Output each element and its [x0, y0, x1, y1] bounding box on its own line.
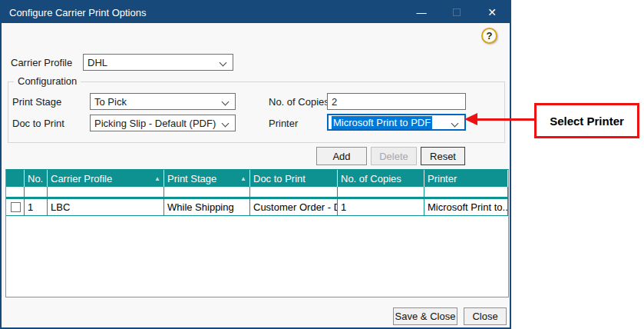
chevron-down-icon [451, 120, 459, 128]
print-stage-label: Print Stage [12, 96, 61, 108]
printer-value: Microsoft Print to PDF [332, 116, 432, 129]
reset-button[interactable]: Reset [421, 147, 465, 165]
carrier-profile-label: Carrier Profile [11, 57, 72, 68]
titlebar: Configure Carrier Print Options — ✕ [2, 2, 510, 23]
filter-cell[interactable] [25, 187, 48, 197]
row-doc-to-print-cell: Customer Order - De... [250, 199, 338, 215]
row-no-of-copies-cell: 1 [338, 199, 424, 215]
column-header-select[interactable] [6, 170, 25, 187]
minimize-icon: — [417, 7, 427, 18]
help-button[interactable]: ? [481, 28, 497, 44]
column-header-doc-to-print[interactable]: Doc to Print [250, 170, 338, 187]
no-of-copies-label: No. of Copies [269, 96, 329, 108]
configuration-groupbox [8, 81, 505, 143]
sort-ascending-icon: ▲ [240, 175, 246, 182]
carrier-profile-value: DHL [88, 57, 107, 68]
filter-cell[interactable] [338, 187, 424, 197]
annotation-arrow-icon [464, 113, 477, 125]
carrier-profile-dropdown[interactable]: DHL [83, 54, 233, 71]
configure-carrier-print-options-dialog: Configure Carrier Print Options — ✕ ? Ca… [0, 0, 511, 329]
chevron-down-icon [220, 59, 227, 67]
filter-cell[interactable] [48, 187, 164, 197]
delete-button: Delete [371, 147, 417, 165]
column-header-carrier-profile[interactable]: Carrier Profile ▲ [48, 170, 164, 187]
carrier-print-options-table: No. Carrier Profile ▲ Print Stage ▲ Doc … [5, 169, 509, 297]
filter-cell[interactable] [424, 187, 508, 197]
window-controls: — ✕ [404, 2, 510, 23]
row-printer-cell: Microsoft Print to... [424, 199, 508, 215]
column-header-no-of-copies[interactable]: No. of Copies [338, 170, 424, 187]
annotation-label: Select Printer [550, 115, 624, 128]
annotation-line [477, 118, 536, 121]
configuration-group-title: Configuration [14, 75, 81, 87]
chevron-down-icon [222, 120, 230, 128]
filter-cell[interactable] [6, 187, 25, 197]
maximize-icon [453, 8, 461, 16]
close-icon: ✕ [487, 6, 497, 18]
sort-ascending-icon: ▲ [154, 175, 160, 182]
no-of-copies-value: 2 [332, 96, 337, 108]
printer-label: Printer [269, 118, 298, 129]
table-filter-row [6, 187, 508, 199]
column-header-print-stage[interactable]: Print Stage ▲ [164, 170, 250, 187]
row-no-cell: 1 [25, 199, 48, 215]
print-stage-dropdown[interactable]: To Pick [90, 93, 236, 110]
table-header-row: No. Carrier Profile ▲ Print Stage ▲ Doc … [6, 170, 508, 187]
doc-to-print-dropdown[interactable]: Picking Slip - Default (PDF) [90, 115, 236, 131]
column-header-no[interactable]: No. [25, 170, 48, 187]
maximize-button[interactable] [439, 2, 474, 23]
filter-cell[interactable] [164, 187, 250, 197]
doc-to-print-value: Picking Slip - Default (PDF) [94, 118, 216, 129]
close-dialog-button[interactable]: Close [464, 307, 507, 325]
help-icon: ? [487, 30, 493, 42]
save-and-close-button[interactable]: Save & Close [393, 307, 457, 325]
window-title: Configure Carrier Print Options [2, 7, 146, 18]
row-print-stage-cell: While Shipping [164, 199, 250, 215]
doc-to-print-label: Doc to Print [12, 118, 64, 129]
chevron-down-icon [222, 98, 230, 106]
row-select-cell [6, 199, 25, 215]
row-carrier-profile-cell: LBC [48, 199, 164, 215]
printer-dropdown[interactable]: Microsoft Print to PDF [327, 114, 466, 131]
select-printer-annotation: Select Printer [534, 103, 639, 138]
row-checkbox[interactable] [11, 202, 21, 212]
print-stage-value: To Pick [94, 96, 127, 108]
minimize-button[interactable]: — [404, 2, 439, 23]
filter-cell[interactable] [250, 187, 338, 197]
table-row[interactable]: 1 LBC While Shipping Customer Order - De… [6, 199, 508, 216]
column-header-printer[interactable]: Printer [424, 170, 508, 187]
close-button[interactable]: ✕ [474, 2, 510, 23]
no-of-copies-input[interactable]: 2 [327, 93, 466, 110]
add-button[interactable]: Add [316, 147, 367, 165]
